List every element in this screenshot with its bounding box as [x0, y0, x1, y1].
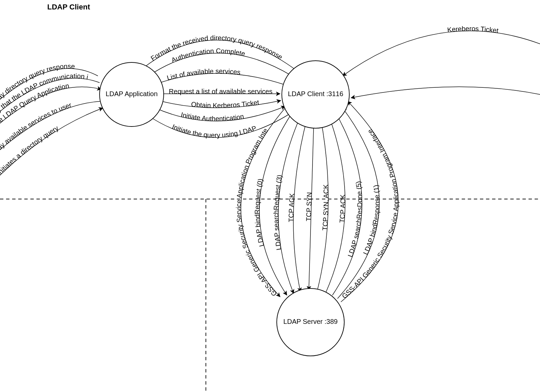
svg-text:LDAP bindResponse (1): LDAP bindResponse (1): [362, 185, 381, 256]
svg-text:Obtain Kerberos Ticket: Obtain Kerberos Ticket: [191, 99, 260, 109]
svg-text:User initiates a directory que: User initiates a directory query: [0, 124, 60, 188]
svg-text:Initiate Authentication: Initiate Authentication: [180, 111, 244, 122]
svg-text:TCP ACK: TCP ACK: [338, 194, 347, 223]
svg-text:TCP SYN, ACK: TCP SYN, ACK: [321, 184, 330, 231]
svg-text:Initiate the query using LDAP: Initiate the query using LDAP: [171, 123, 258, 139]
edge-user-initiates-query: User initiates a directory query: [0, 108, 103, 189]
diagram-title: LDAP Client: [47, 3, 90, 11]
svg-text:LDAP bindRequest (0): LDAP bindRequest (0): [253, 178, 266, 248]
svg-text:LDAP searchResDone (5): LDAP searchResDone (5): [346, 181, 363, 258]
diagram-canvas: LDAP Client Display directory query resp…: [0, 0, 540, 392]
svg-text:LDAP searchRequest (3): LDAP searchRequest (3): [272, 174, 284, 251]
edge-program-inte: Initiate the query using LDAP: [351, 87, 540, 98]
edge-tcp-ack-1: TCP ACK: [287, 118, 307, 292]
svg-text:Kereberos Ticket: Kereberos Ticket: [447, 25, 499, 34]
svg-text:TCP SYN: TCP SYN: [305, 192, 313, 221]
edge-gss-api-right: GSS-API Generic Security Service Applica…: [341, 101, 400, 302]
node-ldap-client: LDAP Client :3116: [282, 61, 349, 128]
edge-ldap-searchresdone: LDAP searchResDone (5): [332, 113, 363, 295]
svg-text:TCP ACK: TCP ACK: [287, 193, 296, 222]
node-ldap-server: LDAP Server :389: [277, 288, 344, 356]
svg-text:List of available services: List of available services: [166, 67, 241, 81]
edge-tcp-syn: TCP SYN: [305, 118, 314, 290]
svg-text:LDAP Server :389: LDAP Server :389: [284, 318, 338, 325]
edge-tcp-syn-ack: TCP SYN, ACK: [317, 118, 330, 291]
edge-invoke-query-app: Invoke LDAP Query Application: [0, 82, 101, 135]
svg-text:Request a list of available se: Request a list of available services: [169, 88, 272, 95]
node-ldap-application: LDAP Application: [100, 62, 164, 127]
svg-text:LDAP Client :3116: LDAP Client :3116: [288, 90, 343, 97]
edge-kerberos-ticket: Kereberos Ticket: [343, 25, 540, 76]
edge-request-list-services: Request a list of available services: [163, 88, 280, 95]
svg-text:Authentication Complete: Authentication Complete: [170, 47, 246, 64]
edge-list-services: List of available services: [155, 67, 284, 84]
edge-obtain-kerberos-ticket: Obtain Kerberos Ticket: [161, 99, 281, 109]
svg-text:GSS-API Generic Security Servi: GSS-API Generic Security Service Applica…: [341, 128, 400, 300]
svg-text:LDAP Application: LDAP Application: [106, 90, 158, 97]
